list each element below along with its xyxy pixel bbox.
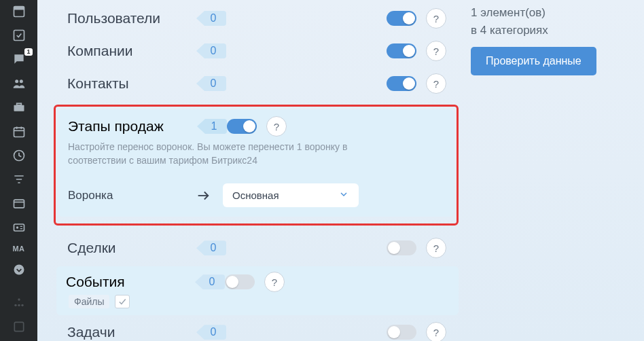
- files-label: Файлы: [69, 295, 109, 308]
- side-panel: 1 элемент(ов) в 4 категориях Проверить д…: [459, 0, 596, 341]
- row-count-badge: 0: [196, 11, 226, 26]
- toggle-companies[interactable]: [387, 43, 416, 58]
- funnel-select[interactable]: Основная: [223, 183, 359, 207]
- stages-description: Настройте перенос воронок. Вы можете пер…: [68, 141, 408, 167]
- briefcase-icon[interactable]: [11, 101, 27, 115]
- row-count-badge: 1: [197, 119, 227, 134]
- help-button[interactable]: ?: [426, 8, 446, 29]
- tree-icon[interactable]: [11, 295, 27, 310]
- arrow-right-icon: [196, 188, 211, 203]
- toggle-stages[interactable]: [227, 119, 257, 134]
- chat-badge: 1: [24, 48, 32, 56]
- row-count-badge: 0: [196, 240, 226, 255]
- row-deals: Сделки 0 ?: [56, 232, 459, 264]
- svg-point-20: [14, 304, 16, 306]
- row-label: Контакты: [67, 75, 196, 92]
- box-icon[interactable]: [11, 4, 27, 18]
- help-button[interactable]: ?: [266, 116, 287, 137]
- toggle-contacts[interactable]: [387, 76, 416, 91]
- help-button[interactable]: ?: [426, 41, 446, 61]
- svg-point-21: [18, 304, 20, 306]
- calendar-icon[interactable]: [11, 124, 27, 139]
- svg-rect-5: [14, 105, 24, 111]
- row-label-events[interactable]: События: [66, 274, 195, 290]
- svg-point-18: [14, 264, 24, 274]
- row-tasks: Задачи 0 ?: [56, 317, 459, 341]
- svg-rect-1: [14, 6, 24, 10]
- help-button[interactable]: ?: [264, 272, 285, 292]
- stages-highlighted-block: Этапы продаж 1 ? Настройте перенос ворон…: [54, 105, 459, 226]
- row-label-stages[interactable]: Этапы продаж: [68, 118, 197, 134]
- svg-rect-2: [14, 31, 24, 41]
- clock-icon[interactable]: [11, 148, 27, 162]
- svg-rect-12: [14, 200, 24, 208]
- collapse-icon[interactable]: [11, 320, 27, 334]
- row-companies: Компании 0 ?: [56, 35, 459, 67]
- svg-rect-6: [16, 103, 21, 105]
- row-label: Сделки: [67, 240, 196, 256]
- funnel-row: Воронка Основная: [68, 183, 444, 207]
- row-users: Пользователи 0 ?: [56, 3, 459, 34]
- elements-count-line: 1 элемент(ов): [471, 4, 596, 22]
- checkbox-icon[interactable]: [11, 28, 27, 42]
- check-data-button[interactable]: Проверить данные: [471, 47, 596, 75]
- svg-rect-14: [14, 224, 24, 231]
- window-icon[interactable]: [11, 196, 27, 211]
- row-count-badge: 0: [196, 76, 226, 91]
- help-button[interactable]: ?: [426, 322, 446, 341]
- files-checkbox[interactable]: [115, 295, 130, 308]
- chevron-down-icon: [338, 189, 349, 202]
- help-button[interactable]: ?: [426, 238, 446, 258]
- svg-point-19: [18, 298, 20, 300]
- row-events: События 0 ? Файлы: [56, 266, 459, 315]
- row-count-badge: 0: [196, 325, 226, 340]
- id-card-icon[interactable]: [11, 221, 27, 235]
- svg-point-15: [16, 227, 18, 229]
- toggle-tasks[interactable]: [387, 325, 416, 340]
- toggle-deals[interactable]: [387, 240, 416, 255]
- svg-rect-23: [14, 323, 23, 331]
- svg-rect-7: [14, 128, 24, 137]
- row-count-badge: 0: [195, 274, 225, 289]
- row-label: Компании: [67, 43, 196, 59]
- settings-list: Пользователи 0 ? Компании 0 ? Контакты 0…: [37, 0, 459, 341]
- help-button[interactable]: ?: [426, 73, 446, 94]
- svg-point-3: [15, 79, 18, 83]
- svg-point-22: [21, 304, 23, 306]
- users-icon[interactable]: [11, 76, 27, 90]
- toggle-users[interactable]: [387, 11, 416, 26]
- funnel-select-value: Основная: [232, 190, 279, 201]
- funnel-label: Воронка: [68, 189, 183, 202]
- row-count-badge: 0: [196, 43, 226, 58]
- chevron-down-circle-icon[interactable]: [11, 262, 27, 276]
- chat-icon[interactable]: 1: [11, 52, 27, 67]
- toggle-events[interactable]: [225, 274, 255, 289]
- categories-count-line: в 4 категориях: [471, 22, 596, 39]
- row-contacts: Контакты 0 ?: [56, 68, 459, 99]
- main-content: Пользователи 0 ? Компании 0 ? Контакты 0…: [37, 0, 644, 341]
- rail-ma-label[interactable]: MA: [12, 245, 24, 253]
- row-label: Задачи: [67, 324, 196, 340]
- left-rail: 1 MA: [0, 0, 37, 341]
- row-label: Пользователи: [67, 10, 196, 26]
- filter-icon[interactable]: [11, 173, 27, 187]
- svg-point-4: [19, 79, 22, 83]
